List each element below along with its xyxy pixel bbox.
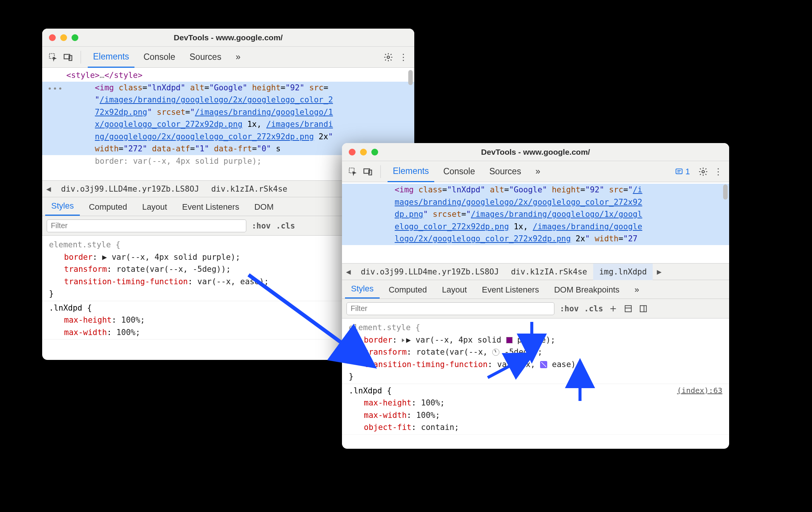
- kebab-menu-icon[interactable]: ⋮: [713, 166, 724, 177]
- gear-icon[interactable]: [698, 166, 709, 177]
- minimize-window-btn[interactable]: [60, 34, 67, 41]
- window-title: DevTools - www.google.com/: [42, 33, 414, 42]
- svg-rect-13: [625, 305, 632, 312]
- decl[interactable]: max-width: 100%;: [349, 409, 722, 422]
- rule-close: }: [49, 289, 54, 298]
- expand-shorthand-icon[interactable]: [402, 338, 404, 342]
- styles-filterbar: :hov .cls: [342, 299, 729, 318]
- computed-sidebar-icon[interactable]: [623, 304, 633, 314]
- hov-toggle[interactable]: :hov: [252, 221, 271, 230]
- decl[interactable]: transform: rotate(var(--x, -5deg));: [349, 346, 722, 358]
- tab-event-listeners[interactable]: Event Listeners: [476, 285, 545, 299]
- main-toolbar: Elements Console Sources » ⋮: [42, 47, 414, 68]
- kebab-menu-icon[interactable]: ⋮: [398, 52, 409, 63]
- device-toolbar-icon[interactable]: [362, 166, 374, 177]
- tab-sources[interactable]: Sources: [184, 47, 226, 68]
- hov-toggle[interactable]: :hov: [560, 304, 579, 313]
- tab-elements[interactable]: Elements: [88, 47, 134, 68]
- dom-line[interactable]: <img class="lnXdpd" alt="Google" height=…: [342, 184, 729, 196]
- inspect-icon[interactable]: [347, 166, 359, 177]
- close-window-btn[interactable]: [49, 34, 56, 41]
- dom-line[interactable]: elogo_color_272x92dp.png 1x, /images/bra…: [342, 221, 729, 233]
- color-swatch-icon[interactable]: [506, 337, 513, 343]
- svg-point-10: [702, 170, 705, 173]
- crumb-item[interactable]: div.o3j99.LLD4me.yr19Zb.LS8OJ: [55, 181, 205, 197]
- tab-layout[interactable]: Layout: [436, 285, 473, 299]
- angle-clock-icon[interactable]: [492, 349, 499, 356]
- dom-line[interactable]: mages/branding/googlelogo/2x/googlelogo_…: [342, 196, 729, 209]
- titlebar[interactable]: DevTools - www.google.com/: [342, 143, 729, 161]
- selector: .lnXdpd {: [349, 386, 392, 395]
- crumb-item[interactable]: div.k1zIA.rSk4se: [205, 181, 293, 197]
- toolbar-separator: [81, 51, 81, 64]
- issues-counter[interactable]: 1: [671, 166, 694, 177]
- tab-layout[interactable]: Layout: [136, 202, 173, 216]
- selector: element.style {: [349, 323, 420, 332]
- crumb-next[interactable]: ▶: [653, 267, 665, 276]
- crumb-prev[interactable]: ◀: [342, 267, 355, 276]
- crumb-item[interactable]: div.k1zIA.rSk4se: [505, 264, 593, 280]
- crumb-prev[interactable]: ◀: [42, 184, 55, 194]
- dom-collapse-ellipsis[interactable]: •••: [47, 83, 63, 94]
- gear-icon[interactable]: [383, 52, 394, 63]
- styles-tabbar: Styles Computed Layout Event Listeners D…: [342, 280, 729, 299]
- dom-line[interactable]: dp.png" srcset="/images/branding/googlel…: [342, 208, 729, 221]
- tab-elements[interactable]: Elements: [388, 161, 434, 182]
- minimize-window-btn[interactable]: [360, 149, 367, 155]
- cls-toggle[interactable]: .cls: [276, 221, 295, 230]
- cls-toggle[interactable]: .cls: [584, 304, 603, 313]
- tab-console[interactable]: Console: [438, 161, 480, 182]
- tab-styles[interactable]: Styles: [345, 284, 380, 299]
- main-toolbar: Elements Console Sources » 1 ⋮: [342, 161, 729, 182]
- svg-point-3: [387, 56, 390, 58]
- tab-dom-breakpoints[interactable]: DOM: [248, 202, 279, 216]
- decl[interactable]: max-height: 100%;: [349, 397, 722, 409]
- tab-event-listeners[interactable]: Event Listeners: [176, 202, 246, 216]
- tab-console[interactable]: Console: [138, 47, 180, 68]
- traffic-lights: [42, 34, 78, 41]
- style-rule[interactable]: (index):63 .lnXdpd { max-height: 100%; m…: [342, 384, 729, 435]
- devtools-window-after: DevTools - www.google.com/ Elements Cons…: [342, 143, 729, 449]
- styles-pane[interactable]: element.style { border: ▶ var(--x, 4px s…: [342, 318, 729, 437]
- issues-count: 1: [685, 167, 690, 177]
- crumb-item[interactable]: div.o3j99.LLD4me.yr19Zb.LS8OJ: [355, 264, 505, 280]
- filter-input[interactable]: [47, 219, 246, 232]
- rule-source-link[interactable]: (index):63: [677, 385, 722, 396]
- decl[interactable]: transition-timing-function: var(--x, eas…: [349, 358, 722, 371]
- tabs-overflow[interactable]: »: [230, 47, 246, 68]
- titlebar[interactable]: DevTools - www.google.com/: [42, 29, 414, 47]
- dom-line[interactable]: <img class="lnXdpd" alt="Google" height=…: [42, 82, 414, 94]
- dom-line[interactable]: <style>…</style>: [42, 69, 414, 82]
- tabs-overflow[interactable]: »: [530, 161, 546, 182]
- rendering-icon[interactable]: [638, 304, 648, 314]
- zoom-window-btn[interactable]: [72, 34, 78, 41]
- dom-tree[interactable]: <img class="lnXdpd" alt="Google" height=…: [342, 182, 729, 264]
- scrollbar-vertical[interactable]: [408, 70, 413, 85]
- decl[interactable]: object-fit: contain;: [349, 421, 722, 434]
- tab-computed[interactable]: Computed: [83, 202, 133, 216]
- tab-styles[interactable]: Styles: [45, 201, 80, 216]
- zoom-window-btn[interactable]: [371, 149, 378, 155]
- subtabs-overflow[interactable]: »: [629, 285, 645, 299]
- rule-close: }: [349, 372, 354, 381]
- toolbar-separator: [380, 165, 381, 178]
- cubic-bezier-icon[interactable]: [540, 361, 547, 368]
- dom-line[interactable]: x/googlelogo_color_272x92dp.png 1x, /ima…: [42, 118, 414, 131]
- crumb-item-selected[interactable]: img.lnXdpd: [593, 264, 653, 280]
- dom-line[interactable]: "/images/branding/googlelogo/2x/googlelo…: [42, 94, 414, 106]
- breadcrumb: ◀ div.o3j99.LLD4me.yr19Zb.LS8OJ div.k1zI…: [342, 264, 729, 280]
- new-style-rule-icon[interactable]: [608, 304, 618, 314]
- dom-line[interactable]: ng/googlelogo/2x/googlelogo_color_272x92…: [42, 131, 414, 143]
- filter-input[interactable]: [346, 302, 554, 315]
- device-toolbar-icon[interactable]: [63, 52, 74, 63]
- inspect-icon[interactable]: [47, 52, 59, 63]
- dom-line[interactable]: logo/2x/googlelogo_color_272x92dp.png 2x…: [342, 233, 729, 245]
- style-rule[interactable]: element.style { border: ▶ var(--x, 4px s…: [342, 321, 729, 384]
- scrollbar-vertical[interactable]: [723, 184, 728, 200]
- tab-sources[interactable]: Sources: [484, 161, 526, 182]
- dom-line[interactable]: 72x92dp.png" srcset="/images/branding/go…: [42, 106, 414, 119]
- decl[interactable]: border: ▶ var(--x, 4px solid purple);: [349, 334, 722, 346]
- tab-computed[interactable]: Computed: [383, 285, 433, 299]
- tab-dom-breakpoints[interactable]: DOM Breakpoints: [548, 285, 626, 299]
- close-window-btn[interactable]: [349, 149, 356, 155]
